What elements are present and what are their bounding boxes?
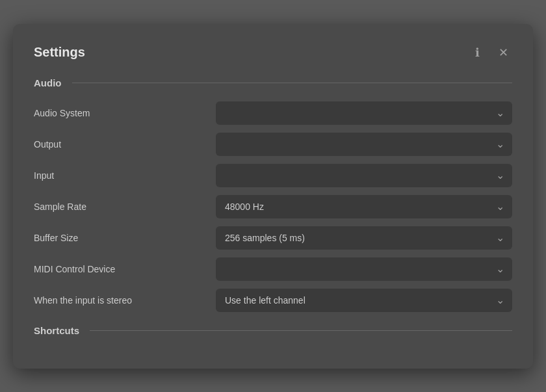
output-label: Output (34, 139, 216, 150)
buffer-size-control: 64 samples 128 samples 256 samples (5 ms… (216, 226, 512, 250)
audio-section-title: Audio (34, 77, 62, 88)
sample-rate-row: Sample Rate 44100 Hz 48000 Hz 88200 Hz 9… (34, 195, 512, 218)
input-wrapper (216, 164, 512, 187)
stereo-input-select[interactable]: Use the left channel Use the right chann… (216, 289, 512, 312)
stereo-input-control: Use the left channel Use the right chann… (216, 289, 512, 312)
input-select[interactable] (216, 164, 512, 187)
dialog-header: Settings ℹ ✕ (34, 44, 512, 62)
input-control (216, 164, 512, 187)
settings-dialog: Settings ℹ ✕ Audio Audio System Output (13, 24, 533, 369)
shortcuts-section-header: Shortcuts (34, 325, 512, 336)
buffer-size-label: Buffer Size (34, 233, 216, 243)
midi-control-label: MIDI Control Device (34, 264, 216, 274)
sample-rate-wrapper: 44100 Hz 48000 Hz 88200 Hz 96000 Hz (216, 195, 512, 218)
stereo-input-row: When the input is stereo Use the left ch… (34, 289, 512, 312)
midi-control-control (216, 257, 512, 281)
sample-rate-label: Sample Rate (34, 202, 216, 212)
audio-system-wrapper (216, 101, 512, 125)
audio-system-control (216, 101, 512, 125)
shortcuts-section-title: Shortcuts (34, 325, 79, 336)
stereo-input-label: When the input is stereo (34, 295, 216, 306)
audio-system-select[interactable] (216, 101, 512, 125)
input-row: Input (34, 164, 512, 187)
stereo-input-wrapper: Use the left channel Use the right chann… (216, 289, 512, 312)
output-wrapper (216, 133, 512, 156)
input-label: Input (34, 170, 216, 181)
buffer-size-select[interactable]: 64 samples 128 samples 256 samples (5 ms… (216, 226, 512, 250)
output-control (216, 133, 512, 156)
midi-control-wrapper (216, 257, 512, 281)
output-select[interactable] (216, 133, 512, 156)
buffer-size-wrapper: 64 samples 128 samples 256 samples (5 ms… (216, 226, 512, 250)
audio-section-header: Audio (34, 77, 512, 88)
midi-control-row: MIDI Control Device (34, 257, 512, 281)
audio-system-label: Audio System (34, 108, 216, 118)
audio-divider (72, 83, 513, 83)
shortcuts-section: Shortcuts (34, 325, 512, 336)
audio-system-row: Audio System (34, 101, 512, 125)
midi-control-select[interactable] (216, 257, 512, 281)
sample-rate-control: 44100 Hz 48000 Hz 88200 Hz 96000 Hz (216, 195, 512, 218)
dialog-title: Settings (34, 45, 85, 60)
buffer-size-row: Buffer Size 64 samples 128 samples 256 s… (34, 226, 512, 250)
shortcuts-divider (90, 330, 512, 331)
info-button[interactable]: ℹ (468, 44, 486, 62)
close-button[interactable]: ✕ (494, 44, 512, 62)
header-actions: ℹ ✕ (468, 44, 512, 62)
sample-rate-select[interactable]: 44100 Hz 48000 Hz 88200 Hz 96000 Hz (216, 195, 512, 218)
output-row: Output (34, 133, 512, 156)
